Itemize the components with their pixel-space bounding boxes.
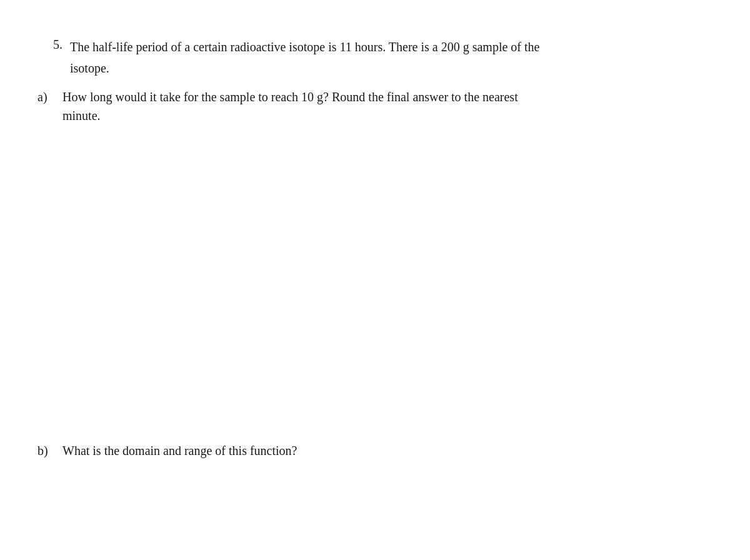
part-a-row: a) How long would it take for the sample… [38, 88, 712, 106]
question-number: 5. [38, 38, 62, 52]
question-5-block: 5. The half-life period of a certain rad… [38, 38, 712, 125]
question-5-row: 5. The half-life period of a certain rad… [38, 38, 712, 56]
part-a-continuation: minute. [38, 106, 712, 125]
part-a-text: How long would it take for the sample to… [62, 88, 712, 106]
question-main-text-line1: The half-life period of a certain radioa… [70, 38, 712, 56]
part-b-label: b) [38, 441, 62, 460]
part-b-row: b) What is the domain and range of this … [38, 441, 297, 460]
part-a-label: a) [38, 88, 62, 106]
page: 5. The half-life period of a certain rad… [0, 0, 750, 560]
part-b-text: What is the domain and range of this fun… [62, 441, 297, 460]
question-main-text-line2: isotope. [38, 59, 712, 78]
